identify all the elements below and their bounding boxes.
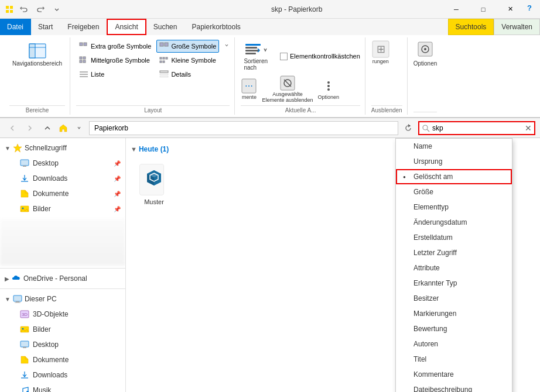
schnellzugriff-icon <box>13 143 22 153</box>
navigationsbereich-label: Navigationsbereich <box>12 60 62 67</box>
dropdown-item-name[interactable]: Name <box>396 139 512 154</box>
tab-start[interactable]: Start <box>31 19 60 35</box>
close-button[interactable]: ✕ <box>497 0 524 19</box>
search-input[interactable] <box>432 124 522 132</box>
sortieren-nach-button[interactable]: Sortierennach <box>241 40 271 73</box>
svg-text:⊞: ⊞ <box>376 43 385 55</box>
address-bar[interactable]: Papierkorb <box>89 121 398 135</box>
tab-datei[interactable]: Datei <box>0 19 31 35</box>
ribbon-group-aktuelle: Sortierennach Elementkontrollkästchen <box>236 37 365 115</box>
elementkontrollkaestchen-label: Elementkontrollkästchen <box>290 53 360 60</box>
ribbon-group-layout: Extra große Symbole Mittelgroße Symbole … <box>71 37 235 115</box>
dropdown-item-dateibeschreibung[interactable]: Dateibeschreibung <box>396 382 512 392</box>
extra-grosse-symbole-button[interactable]: Extra große Symbole <box>76 40 154 53</box>
onedrive-chevron: ▶ <box>5 276 9 282</box>
nav-bar: Papierkorb ✕ <box>0 118 540 138</box>
svg-rect-29 <box>245 53 256 54</box>
navigationsbereich-button[interactable]: Navigationsbereich <box>9 40 65 68</box>
svg-rect-18 <box>160 57 162 59</box>
dropdown-item-erstelldatum[interactable]: Erstelldatum <box>396 230 512 245</box>
tab-papierkorbtools[interactable]: Papierkorbtools <box>184 19 248 35</box>
tab-verwalten[interactable]: Verwalten <box>494 19 540 35</box>
main-area: ▼ Schnellzugriff Desktop 📌 Downloads 📌 <box>0 138 540 392</box>
back-button[interactable] <box>5 121 20 136</box>
qat-redo[interactable] <box>34 3 47 16</box>
sidebar-item-downloads-pc[interactable]: Downloads <box>0 367 125 383</box>
dropdown-item-attribute[interactable]: Attribute <box>396 260 512 276</box>
details-button[interactable]: Details <box>156 68 219 81</box>
sidebar-item-desktop-quick[interactable]: Desktop 📌 <box>0 156 125 171</box>
kleine-symbole-icon <box>159 56 169 65</box>
qat-customize[interactable] <box>50 3 63 16</box>
svg-rect-9 <box>80 57 82 59</box>
dropdown-item-titel[interactable]: Titel <box>396 352 512 367</box>
elementkontrollkaestchen-checkbox[interactable] <box>280 53 288 60</box>
sidebar-item-dokumente-quick[interactable]: Dokumente 📌 <box>0 186 125 201</box>
tab-ansicht[interactable]: Ansicht <box>107 19 146 35</box>
sidebar-divider-2 <box>0 288 125 289</box>
sidebar-item-bilder-pc[interactable]: Bilder <box>0 322 125 337</box>
ausblenden-elemente-button[interactable]: ⊞ rungen <box>371 40 390 64</box>
svg-rect-11 <box>80 60 82 63</box>
dropdown-item-geloescht-am[interactable]: ● Gelöscht am <box>396 169 512 184</box>
optionen-btn-label: Optionen <box>413 60 438 67</box>
tab-freigeben[interactable]: Freigeben <box>60 19 107 35</box>
window-title: skp - Papierkorb <box>151 5 443 13</box>
search-clear-button[interactable]: ✕ <box>525 123 532 133</box>
up-button[interactable] <box>40 121 55 136</box>
dropdown-item-erkannter-typ[interactable]: Erkannter Typ <box>396 276 512 291</box>
grosse-symbole-button[interactable]: Große Symbole <box>156 40 219 53</box>
elemente-button[interactable]: ⋯ mente <box>241 78 257 100</box>
dropdown-item-besitzer[interactable]: Besitzer <box>396 291 512 306</box>
dropdown-item-elementtyp[interactable]: Elementtyp <box>396 200 512 215</box>
elementkontrollkaestchen-row[interactable]: Elementkontrollkästchen <box>280 53 360 60</box>
sidebar-item-3d-objekte[interactable]: 3D 3D-Objekte <box>0 307 125 322</box>
sidebar-item-bilder-quick[interactable]: Bilder 📌 <box>0 201 125 216</box>
help-button[interactable]: ? <box>524 0 535 16</box>
optionen-button[interactable]: Optionen <box>318 78 340 100</box>
minimize-button[interactable]: ─ <box>443 0 470 19</box>
sidebar-dieserpc-header[interactable]: ▼ Dieser PC <box>0 291 125 307</box>
dropdown-item-groesse[interactable]: Größe <box>396 184 512 200</box>
downloads-quick-label: Downloads <box>33 174 67 183</box>
sort-dropdown-menu: Name Ursprung ● Gelöscht am Größe Elemen… <box>395 138 512 392</box>
ausgewaehlte-elemente-ausblenden-button[interactable]: AusgewählteElemente ausblenden <box>262 75 313 103</box>
file-item-muster[interactable]: Muster <box>131 160 177 208</box>
desktop-quick-icon <box>20 159 29 168</box>
dropdown-item-kommentare[interactable]: Kommentare <box>396 367 512 382</box>
ribbon-tabs: Datei Start Freigeben Ansicht Suchen Pap… <box>0 19 540 35</box>
dropdown-item-aenderungsdatum[interactable]: Änderungsdatum <box>396 215 512 230</box>
bilder-pc-icon <box>20 325 29 334</box>
dropdown-item-letzter-zugriff[interactable]: Letzter Zugriff <box>396 245 512 260</box>
svg-rect-48 <box>20 206 29 212</box>
layout-dropdown-btn[interactable] <box>224 40 230 51</box>
dropdown-item-ursprung[interactable]: Ursprung <box>396 154 512 169</box>
kleine-symbole-button[interactable]: Kleine Symbole <box>156 54 219 67</box>
maximize-button[interactable]: □ <box>470 0 497 19</box>
sidebar-item-downloads-quick[interactable]: Downloads 📌 <box>0 171 125 186</box>
dropdown-item-bewertung[interactable]: Bewertung <box>396 321 512 336</box>
downloads-pc-label: Downloads <box>33 371 67 379</box>
dropdown-item-autoren[interactable]: Autoren <box>396 336 512 352</box>
title-bar-controls: ─ □ ✕ ? <box>443 0 535 19</box>
dropdown-item-markierungen[interactable]: Markierungen <box>396 306 512 321</box>
refresh-button[interactable] <box>401 121 416 136</box>
bilder-quick-icon <box>20 204 29 214</box>
optionen-group-button[interactable]: Optionen <box>413 40 438 67</box>
sidebar-schnellzugriff-header[interactable]: ▼ Schnellzugriff <box>0 140 125 156</box>
tab-suchen[interactable]: Suchen <box>146 19 185 35</box>
tab-suchtools[interactable]: Suchtools <box>448 19 494 35</box>
qat-undo[interactable] <box>18 3 30 16</box>
mittelgrosse-symbole-button[interactable]: Mittelgroße Symbole <box>76 54 154 67</box>
liste-button[interactable]: Liste <box>76 68 154 81</box>
sidebar-onedrive-header[interactable]: ▶ OneDrive - Personal <box>0 271 125 286</box>
svg-rect-23 <box>160 71 168 73</box>
forward-button[interactable] <box>22 121 37 136</box>
sidebar-item-dokumente-pc[interactable]: Dokumente <box>0 352 125 367</box>
svg-rect-12 <box>83 60 86 63</box>
sidebar: ▼ Schnellzugriff Desktop 📌 Downloads 📌 <box>0 138 126 392</box>
title-bar-left <box>5 3 151 16</box>
sidebar-item-musik[interactable]: Musik <box>0 383 125 392</box>
sidebar-item-desktop-pc[interactable]: Desktop <box>0 337 125 352</box>
layout-group-label: Layout <box>76 105 230 115</box>
